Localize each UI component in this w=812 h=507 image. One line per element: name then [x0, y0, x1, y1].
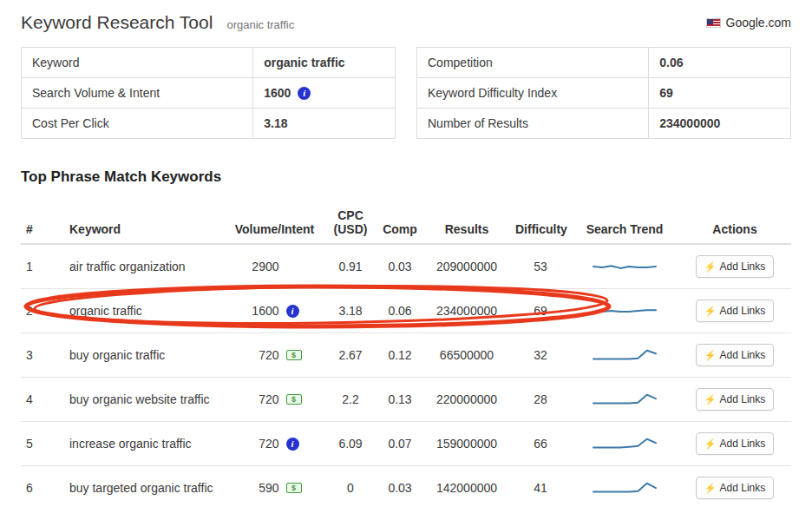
- intent-icon-slot: $: [286, 483, 307, 493]
- difficulty-cell: 41: [510, 466, 571, 507]
- keyword-cell: buy targeted organic traffic: [64, 466, 225, 507]
- col-header-results: Results: [423, 201, 510, 244]
- add-links-button[interactable]: ⚡ Add Links: [696, 477, 774, 499]
- summary-label: Search Volume & Intent: [22, 78, 253, 109]
- search-trend-cell: [571, 378, 678, 422]
- intent-icon-slot: $: [286, 350, 307, 360]
- difficulty-cell: 66: [510, 422, 571, 466]
- add-links-label: Add Links: [720, 482, 766, 494]
- volume-intent-cell: 720 $: [225, 333, 324, 378]
- col-header-actions: Actions: [678, 201, 791, 244]
- actions-cell: ⚡ Add Links: [678, 422, 791, 466]
- lightning-bolt-icon: ⚡: [704, 395, 717, 405]
- competition-cell: 0.12: [377, 333, 423, 378]
- summary-value: 1600i: [253, 78, 396, 109]
- col-header-number: #: [21, 201, 64, 244]
- summary-value: organic traffic: [253, 48, 396, 78]
- table-row: 5 increase organic traffic 720 i 6.09 0.…: [21, 422, 791, 466]
- summary-row: Keyword Difficulty Index 69: [417, 78, 791, 109]
- actions-cell: ⚡ Add Links: [678, 289, 791, 333]
- add-links-label: Add Links: [720, 438, 766, 450]
- info-icon[interactable]: i: [286, 305, 299, 318]
- results-cell: 209000000: [423, 244, 510, 289]
- competition-cell: 0.06: [377, 289, 423, 333]
- cpc-cell: 3.18: [324, 289, 377, 333]
- table-row: 4 buy organic website traffic 720 $ 2.2 …: [21, 378, 791, 422]
- summary-label: Keyword Difficulty Index: [417, 78, 649, 109]
- col-header-volume-intent: Volume/Intent: [225, 201, 324, 244]
- search-trend-sparkline: [588, 389, 661, 410]
- search-engine-label: Google.com: [726, 16, 791, 30]
- intent-icon-slot: i: [286, 305, 307, 318]
- info-icon[interactable]: i: [286, 438, 299, 451]
- search-trend-cell: [571, 466, 678, 507]
- summary-value: 69: [649, 78, 791, 109]
- volume-intent-cell: 720 $: [225, 378, 324, 422]
- keyword-cell: buy organic traffic: [64, 333, 225, 378]
- add-links-button[interactable]: ⚡ Add Links: [696, 344, 774, 366]
- summary-table-left: Keyword organic traffic Search Volume & …: [21, 47, 396, 139]
- add-links-button[interactable]: ⚡ Add Links: [696, 255, 774, 278]
- competition-cell: 0.03: [377, 244, 423, 289]
- col-header-search-trend: Search Trend: [571, 201, 678, 244]
- results-cell: 220000000: [423, 378, 510, 422]
- add-links-button[interactable]: ⚡ Add Links: [696, 432, 774, 455]
- results-cell: 234000000: [423, 289, 510, 333]
- lightning-bolt-icon: ⚡: [704, 262, 717, 272]
- cpc-cell: 6.09: [324, 422, 377, 466]
- lightning-bolt-icon: ⚡: [704, 306, 717, 316]
- volume-intent-cell: 2900: [225, 244, 324, 289]
- col-header-comp: Comp: [377, 201, 423, 244]
- search-trend-sparkline: [588, 300, 661, 321]
- cpc-cell: 2.67: [324, 333, 377, 378]
- row-number: 1: [21, 244, 64, 289]
- volume-intent-cell: 720 i: [225, 422, 324, 466]
- commercial-intent-icon[interactable]: $: [286, 350, 302, 360]
- results-cell: 142000000: [423, 466, 510, 507]
- competition-cell: 0.07: [377, 422, 423, 466]
- results-cell: 66500000: [423, 333, 510, 378]
- searched-keyword-subtitle: organic traffic: [226, 18, 294, 31]
- competition-cell: 0.13: [377, 378, 423, 422]
- table-row: 1 air traffic organization 2900 0.91 0.0…: [21, 244, 791, 289]
- add-links-label: Add Links: [720, 349, 766, 361]
- table-row: 3 buy organic traffic 720 $ 2.67 0.12 66…: [21, 333, 791, 378]
- keyword-cell: increase organic traffic: [64, 422, 225, 466]
- cpc-cell: 2.2: [324, 378, 377, 422]
- search-engine-selector: Google.com: [706, 16, 791, 30]
- keyword-cell: air traffic organization: [64, 244, 225, 289]
- keyword-summary: Keyword organic traffic Search Volume & …: [21, 47, 791, 139]
- difficulty-cell: 28: [510, 378, 571, 422]
- lightning-bolt-icon: ⚡: [704, 439, 717, 449]
- actions-cell: ⚡ Add Links: [678, 466, 791, 507]
- add-links-label: Add Links: [720, 393, 766, 405]
- cpc-cell: 0: [324, 466, 377, 507]
- cpc-cell: 0.91: [324, 244, 377, 289]
- difficulty-cell: 32: [510, 333, 571, 378]
- search-trend-cell: [571, 422, 678, 466]
- row-number: 4: [21, 378, 64, 422]
- actions-cell: ⚡ Add Links: [678, 378, 791, 422]
- col-header-keyword: Keyword: [64, 201, 225, 244]
- volume-intent-cell: 1600 i: [225, 289, 324, 333]
- commercial-intent-icon[interactable]: $: [286, 394, 302, 405]
- summary-row: Number of Results 234000000: [417, 109, 791, 139]
- lightning-bolt-icon: ⚡: [704, 484, 717, 493]
- intent-icon-slot: $: [286, 394, 307, 405]
- summary-value: 0.06: [649, 48, 791, 78]
- add-links-button[interactable]: ⚡ Add Links: [696, 388, 774, 411]
- phrase-match-keywords-table: # Keyword Volume/Intent CPC (USD) Comp R…: [21, 201, 791, 507]
- add-links-button[interactable]: ⚡ Add Links: [696, 300, 774, 322]
- summary-label: Cost Per Click: [22, 109, 253, 139]
- search-trend-sparkline: [588, 433, 661, 454]
- add-links-label: Add Links: [720, 260, 766, 273]
- commercial-intent-icon[interactable]: $: [286, 483, 302, 493]
- row-number: 3: [21, 333, 64, 378]
- summary-label: Number of Results: [417, 109, 649, 139]
- info-icon[interactable]: i: [298, 87, 311, 100]
- section-title: Top Phrase Match Keywords: [21, 168, 791, 186]
- summary-value: 234000000: [649, 109, 791, 139]
- actions-cell: ⚡ Add Links: [678, 333, 791, 378]
- us-flag-icon: [706, 18, 721, 28]
- summary-label: Competition: [417, 48, 649, 78]
